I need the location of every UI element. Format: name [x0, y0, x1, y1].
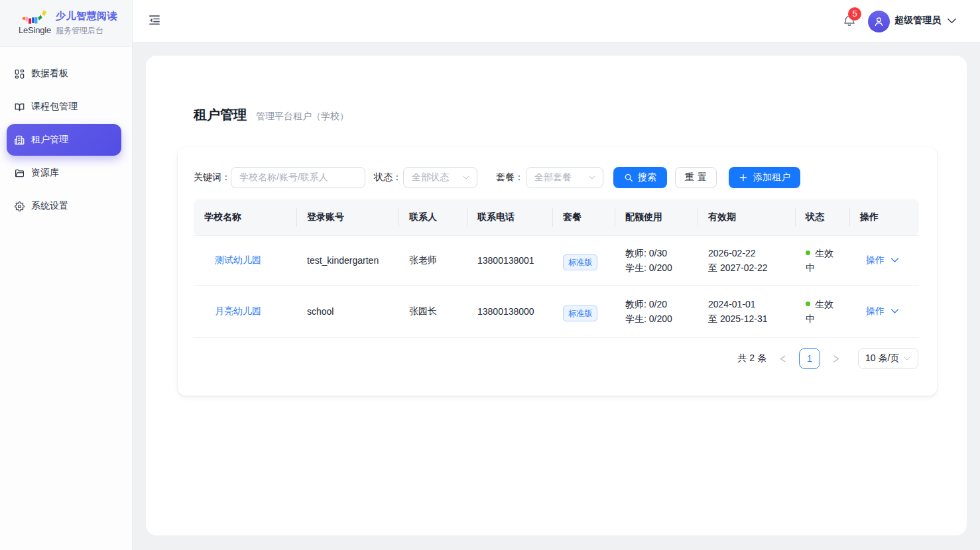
- svg-text:LeSingle: LeSingle: [19, 25, 51, 35]
